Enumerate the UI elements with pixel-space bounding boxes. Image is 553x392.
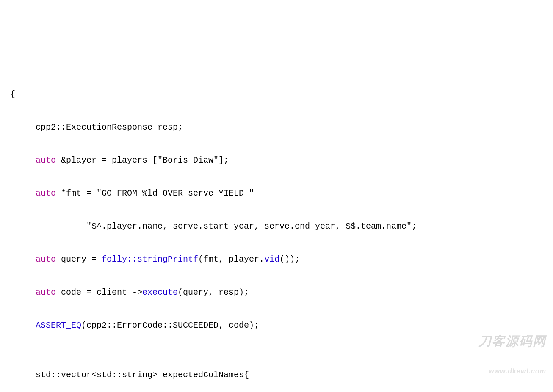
code-block: { cpp2::ExecutionResponse resp; auto &pl… — [2, 69, 551, 392]
code-line: "$^.player.name, serve.start_year, serve… — [10, 218, 551, 235]
code-line: auto query = folly::stringPrintf(fmt, pl… — [10, 251, 551, 268]
function-call: folly::stringPrintf — [102, 254, 198, 264]
keyword: auto — [36, 254, 56, 264]
keyword: auto — [36, 155, 56, 165]
function-call: vid — [264, 254, 279, 264]
function-call: execute — [142, 287, 178, 297]
code-line: auto &player = players_["Boris Diaw"]; — [10, 152, 551, 168]
code-line: auto *fmt = "GO FROM %ld OVER serve YIEL… — [10, 185, 551, 202]
code-line: cpp2::ExecutionResponse resp; — [10, 119, 551, 135]
function-call: ASSERT_EQ — [36, 320, 81, 330]
code-line: { — [10, 86, 551, 102]
code-line: ASSERT_EQ(cpp2::ErrorCode::SUCCEEDED, co… — [10, 317, 551, 334]
keyword: auto — [36, 188, 56, 198]
code-line: auto code = client_->execute(query, resp… — [10, 284, 551, 301]
code-line: std::vector<std::string> expectedColName… — [10, 367, 551, 383]
keyword: auto — [36, 287, 56, 297]
